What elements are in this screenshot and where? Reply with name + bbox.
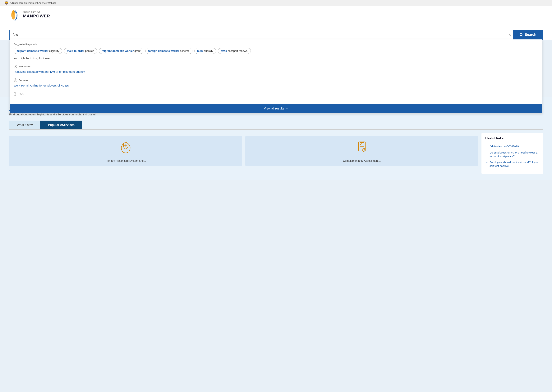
result-section-information: ℹ Information Resolving disputes with an… (14, 62, 538, 76)
useful-link-covid-link[interactable]: Advisories on COVID-19 (489, 145, 519, 148)
result-section-faq: ? FAQ (14, 90, 538, 99)
dropdown-inner: Suggested keywords migrant domestic work… (10, 39, 542, 103)
card-healthcare[interactable]: Primary Healthcare System and... (9, 136, 242, 166)
search-dropdown: Suggested keywords migrant domestic work… (10, 39, 542, 113)
lion-icon: 🦁 (5, 1, 8, 5)
tab-popular-eservices[interactable]: Popular eServices (40, 121, 82, 129)
card-healthcare-title: Primary Healthcare System and... (106, 159, 146, 162)
chip-foreign-domestic-worker-scheme[interactable]: foreign domestic worker scheme (145, 48, 192, 54)
arrow-icon-covid: → (485, 145, 488, 148)
search-container: × Search Suggested keywords migrant dome… (0, 24, 552, 40)
svg-point-11 (363, 148, 364, 150)
clear-button[interactable]: × (506, 30, 513, 39)
useful-link-mask: → Do employees or visitors need to wear … (485, 151, 539, 158)
chip-migrant-domestic-worker-eligibility[interactable]: migrant domestic worker eligibility (14, 48, 62, 54)
complementarity-icon (354, 140, 370, 157)
manpower-label: MANPOWER (23, 14, 50, 19)
healthcare-icon (118, 140, 133, 157)
section-header-information: ℹ Information (14, 65, 538, 68)
highlights-tabs: What's new Popular eServices (9, 121, 543, 130)
chip-mdw-subsidy[interactable]: mdw subsidy (194, 48, 216, 54)
ministry-of-label: MINISTRY OF (23, 11, 50, 14)
section-type-information: Information (19, 65, 31, 68)
useful-link-mask-link[interactable]: Do employees or visitors need to wear a … (489, 151, 539, 158)
result-section-services: ⚙ Services Work Permit Online for employ… (14, 76, 538, 90)
useful-links-title: Useful links (485, 136, 539, 142)
faq-icon: ? (14, 92, 17, 96)
arrow-icon-mask: → (485, 151, 488, 154)
result-link-fdw-disputes[interactable]: Resolving disputes with an FDW or employ… (14, 70, 538, 74)
search-icon (519, 33, 523, 37)
card-complementarity-title: Complementarity Assessment... (343, 159, 381, 162)
arrow-icon-mc: → (485, 161, 488, 164)
useful-link-mc-link[interactable]: Employers should not insist on MC if you… (489, 161, 539, 168)
info-icon: ℹ (14, 65, 17, 68)
section-header-faq: ? FAQ (14, 92, 538, 96)
bottom-cards-row: Primary Healthcare System and... (9, 133, 543, 174)
useful-link-mc: → Employers should not insist on MC if y… (485, 161, 539, 168)
card-complementarity[interactable]: Complementarity Assessment... (245, 136, 478, 166)
search-input[interactable] (10, 30, 506, 39)
gear-icon: ⚙ (14, 78, 17, 82)
gov-bar-text: A Singapore Government Agency Website (10, 1, 57, 4)
chip-fdws-passport-renewal[interactable]: fdws passport renewal (218, 48, 251, 54)
useful-links-box: Useful links → Advisories on COVID-19 → … (481, 133, 543, 174)
search-box: × Search Suggested keywords migrant dome… (9, 30, 543, 40)
chip-migrant-domestic-worker-grant[interactable]: migrant domestic worker grant (99, 48, 143, 54)
might-looking-label: You might be looking for these (14, 57, 538, 60)
suggested-label: Suggested keywords (14, 43, 538, 46)
svg-line-3 (522, 35, 523, 36)
keyword-chips: migrant domestic worker eligibility maid… (14, 48, 538, 54)
mom-logo-icon[interactable] (9, 9, 21, 21)
useful-link-covid: → Advisories on COVID-19 (485, 145, 539, 148)
chip-maid-to-order-policies[interactable]: maid-to-order policies (64, 48, 97, 54)
section-type-faq: FAQ (19, 93, 24, 96)
result-link-work-permit[interactable]: Work Permit Online for employers of FDWs (14, 84, 538, 87)
tab-whats-new[interactable]: What's new (9, 121, 40, 129)
logo-area: MINISTRY OF MANPOWER (9, 9, 543, 21)
view-all-button[interactable]: View all results → (10, 104, 542, 113)
section-header-services: ⚙ Services (14, 78, 538, 82)
section-type-services: Services (19, 79, 28, 82)
logo-text: MINISTRY OF MANPOWER (23, 11, 50, 19)
header: MINISTRY OF MANPOWER (0, 6, 552, 24)
gov-bar: 🦁 A Singapore Government Agency Website (0, 0, 552, 6)
search-button[interactable]: Search (513, 30, 542, 39)
